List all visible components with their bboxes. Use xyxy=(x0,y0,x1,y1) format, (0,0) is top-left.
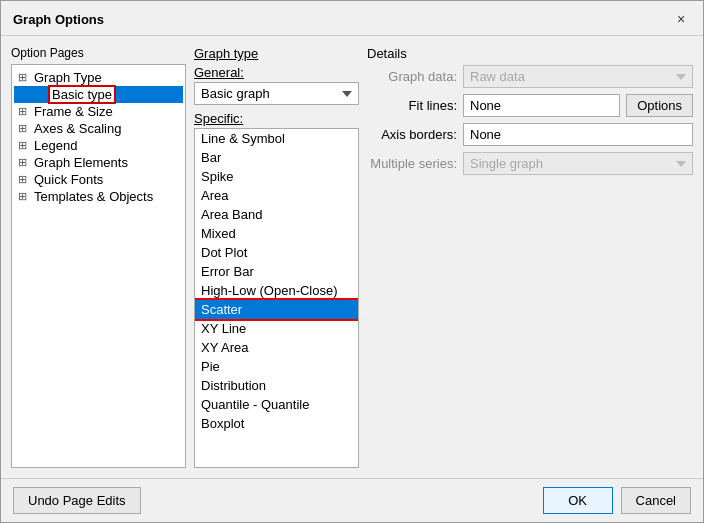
tree-item-label-graph-elements: Graph Elements xyxy=(34,155,128,170)
undo-button[interactable]: Undo Page Edits xyxy=(13,487,141,514)
details-label: Details xyxy=(367,46,693,61)
tree-item-graph-elements[interactable]: ⊞Graph Elements xyxy=(14,154,183,171)
list-item-bar[interactable]: Bar xyxy=(195,148,358,167)
field-select-multiple-series: Single graph xyxy=(463,152,693,175)
specific-list[interactable]: Line & SymbolBarSpikeAreaArea BandMixedD… xyxy=(194,128,359,468)
option-pages-label: Option Pages xyxy=(11,46,186,60)
tree-expander-axes-scaling: ⊞ xyxy=(18,122,34,135)
tree-item-label-axes-scaling: Axes & Scaling xyxy=(34,121,121,136)
tree-item-axes-scaling[interactable]: ⊞Axes & Scaling xyxy=(14,120,183,137)
right-panel: Details Graph data:Raw dataFit lines:Non… xyxy=(367,46,693,468)
tree-item-graph-type[interactable]: ⊞Graph Type xyxy=(14,69,183,86)
list-item-distribution[interactable]: Distribution xyxy=(195,376,358,395)
field-label-graph-data: Graph data: xyxy=(367,69,457,84)
tree-expander-legend: ⊞ xyxy=(18,139,34,152)
list-item-high-low[interactable]: High-Low (Open-Close) xyxy=(195,281,358,300)
field-row-graph-data: Graph data:Raw data xyxy=(367,65,693,88)
options-button-fit-lines[interactable]: Options xyxy=(626,94,693,117)
tree-expander-frame-size: ⊞ xyxy=(18,105,34,118)
tree-expander-quick-fonts: ⊞ xyxy=(18,173,34,186)
tree-item-label-legend: Legend xyxy=(34,138,77,153)
tree-item-label-frame-size: Frame & Size xyxy=(34,104,113,119)
list-item-area-band[interactable]: Area Band xyxy=(195,205,358,224)
general-label: General: xyxy=(194,65,359,80)
option-pages-tree: ⊞Graph TypeBasic type⊞Frame & Size⊞Axes … xyxy=(11,64,186,468)
middle-panel: Graph type General: Basic graphScatterBa… xyxy=(194,46,359,468)
left-panel: Option Pages ⊞Graph TypeBasic type⊞Frame… xyxy=(11,46,186,468)
list-item-error-bar[interactable]: Error Bar xyxy=(195,262,358,281)
field-select-axis-borders[interactable]: None xyxy=(463,123,693,146)
tree-item-label-graph-type: Graph Type xyxy=(34,70,102,85)
tree-item-frame-size[interactable]: ⊞Frame & Size xyxy=(14,103,183,120)
tree-item-label-quick-fonts: Quick Fonts xyxy=(34,172,103,187)
list-item-xy-line[interactable]: XY Line xyxy=(195,319,358,338)
cancel-button[interactable]: Cancel xyxy=(621,487,691,514)
list-item-mixed[interactable]: Mixed xyxy=(195,224,358,243)
ok-button[interactable]: OK xyxy=(543,487,613,514)
graph-type-label: Graph type xyxy=(194,46,359,61)
tree-item-legend[interactable]: ⊞Legend xyxy=(14,137,183,154)
list-item-scatter[interactable]: Scatter xyxy=(195,300,358,319)
field-label-multiple-series: Multiple series: xyxy=(367,156,457,171)
field-label-fit-lines: Fit lines: xyxy=(367,98,457,113)
tree-item-templates-objects[interactable]: ⊞Templates & Objects xyxy=(14,188,183,205)
field-select-fit-lines[interactable]: None xyxy=(463,94,620,117)
general-dropdown[interactable]: Basic graphScatterBarPie xyxy=(194,82,359,105)
list-item-quantile-quantile[interactable]: Quantile - Quantile xyxy=(195,395,358,414)
tree-item-basic-type[interactable]: Basic type xyxy=(14,86,183,103)
list-item-pie[interactable]: Pie xyxy=(195,357,358,376)
field-row-axis-borders: Axis borders:None xyxy=(367,123,693,146)
ok-cancel-group: OK Cancel xyxy=(543,487,691,514)
list-item-xy-area[interactable]: XY Area xyxy=(195,338,358,357)
field-select-graph-data: Raw data xyxy=(463,65,693,88)
list-item-spike[interactable]: Spike xyxy=(195,167,358,186)
tree-expander-graph-type: ⊞ xyxy=(18,71,34,84)
field-row-fit-lines: Fit lines:NoneOptions xyxy=(367,94,693,117)
bottom-bar: Undo Page Edits OK Cancel xyxy=(1,478,703,522)
tree-expander-graph-elements: ⊞ xyxy=(18,156,34,169)
graph-options-dialog: Graph Options × Option Pages ⊞Graph Type… xyxy=(0,0,704,523)
list-item-area[interactable]: Area xyxy=(195,186,358,205)
list-item-dot-plot[interactable]: Dot Plot xyxy=(195,243,358,262)
tree-item-label-templates-objects: Templates & Objects xyxy=(34,189,153,204)
dialog-body: Option Pages ⊞Graph TypeBasic type⊞Frame… xyxy=(1,36,703,478)
title-bar: Graph Options × xyxy=(1,1,703,36)
dialog-title: Graph Options xyxy=(13,12,104,27)
field-row-multiple-series: Multiple series:Single graph xyxy=(367,152,693,175)
list-item-line-symbol[interactable]: Line & Symbol xyxy=(195,129,358,148)
close-button[interactable]: × xyxy=(671,9,691,29)
specific-label: Specific: xyxy=(194,111,359,126)
tree-item-label-basic-type: Basic type xyxy=(50,87,114,102)
field-label-axis-borders: Axis borders: xyxy=(367,127,457,142)
list-item-boxplot[interactable]: Boxplot xyxy=(195,414,358,433)
tree-item-quick-fonts[interactable]: ⊞Quick Fonts xyxy=(14,171,183,188)
tree-expander-templates-objects: ⊞ xyxy=(18,190,34,203)
